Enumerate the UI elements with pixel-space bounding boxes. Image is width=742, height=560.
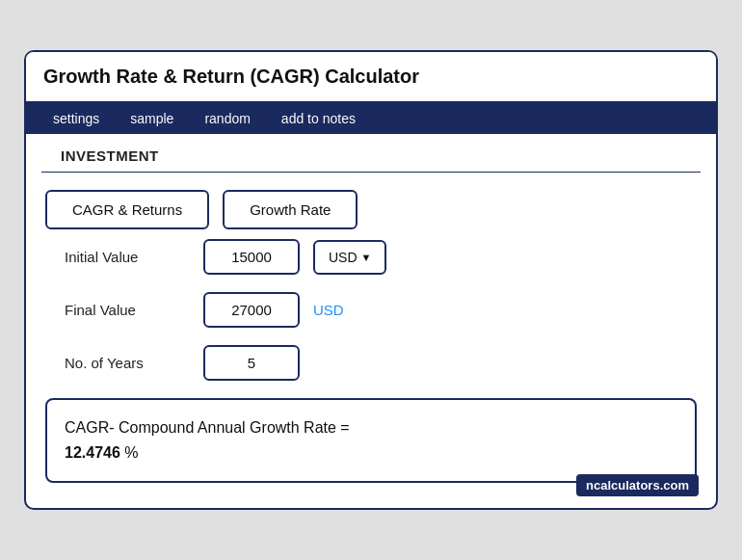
final-value-input[interactable] bbox=[203, 292, 300, 328]
chevron-down-icon: ▼ bbox=[361, 252, 372, 263]
section-label: INVESTMENT bbox=[41, 134, 701, 173]
currency-label: USD bbox=[329, 250, 358, 265]
initial-value-label: Initial Value bbox=[65, 249, 190, 265]
field-row-initial-value: Initial Value USD ▼ bbox=[45, 239, 697, 275]
title-bar: Growth Rate & Return (CAGR) Calculator bbox=[26, 52, 716, 103]
branding-label: ncalculators.com bbox=[576, 474, 699, 496]
result-unit: % bbox=[124, 444, 138, 461]
mode-buttons: CAGR & Returns Growth Rate bbox=[45, 190, 697, 229]
tab-bar: settings sample random add to notes bbox=[26, 103, 716, 134]
mode-cagr-returns[interactable]: CAGR & Returns bbox=[45, 190, 209, 229]
field-row-years: No. of Years bbox=[45, 345, 697, 381]
fields-area: Initial Value USD ▼ Final Value USD No. … bbox=[45, 239, 697, 381]
mode-growth-rate[interactable]: Growth Rate bbox=[223, 190, 358, 229]
final-value-currency: USD bbox=[313, 302, 344, 318]
page-title: Growth Rate & Return (CAGR) Calculator bbox=[43, 66, 699, 88]
years-label: No. of Years bbox=[65, 355, 190, 371]
final-value-label: Final Value bbox=[65, 302, 190, 318]
calculator-container: Growth Rate & Return (CAGR) Calculator s… bbox=[24, 50, 718, 509]
field-row-final-value: Final Value USD bbox=[45, 292, 697, 328]
currency-button[interactable]: USD ▼ bbox=[313, 240, 386, 275]
tab-random[interactable]: random bbox=[189, 103, 265, 134]
tab-settings[interactable]: settings bbox=[38, 103, 115, 134]
result-line2: 12.4746 % bbox=[65, 440, 677, 466]
years-input[interactable] bbox=[203, 345, 300, 381]
result-line1: CAGR- Compound Annual Growth Rate = bbox=[65, 415, 677, 440]
result-value: 12.4746 bbox=[65, 444, 120, 461]
result-box: CAGR- Compound Annual Growth Rate = 12.4… bbox=[45, 398, 697, 482]
tab-sample[interactable]: sample bbox=[115, 103, 189, 134]
initial-value-input[interactable] bbox=[203, 239, 300, 275]
tab-add-to-notes[interactable]: add to notes bbox=[266, 103, 371, 134]
